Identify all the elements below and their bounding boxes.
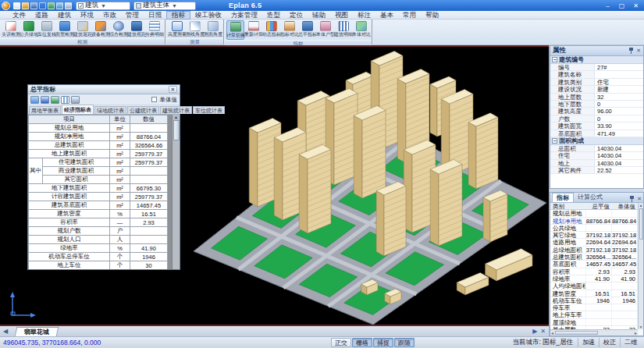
table-row-建筑密度[interactable]: 建筑密度%16.51 xyxy=(29,210,168,218)
open-icon[interactable] xyxy=(22,2,29,9)
table-row-总建筑面积[interactable]: 总建筑面积m²326564.66 xyxy=(29,141,168,150)
indicator-row-机动车车位[interactable]: 机动车车位19461946 xyxy=(550,297,638,304)
grid-icon[interactable] xyxy=(61,96,69,104)
menu-item-指标[interactable]: 指标 xyxy=(166,11,190,20)
toolbar-button-总平指标[interactable]: 总平指标 xyxy=(298,20,316,40)
table-row-容积率[interactable]: 容积率—2.93 xyxy=(29,218,168,227)
scroll-up-icon[interactable]: ▲ xyxy=(174,115,178,119)
undo-icon[interactable] xyxy=(48,2,55,9)
indicator-row-规划净用地[interactable]: 规划净用地88766.8488766.84 xyxy=(550,218,638,225)
toolbar-button-单体对比[interactable]: 单体对比 xyxy=(352,20,370,40)
property-value[interactable]: 0 xyxy=(595,115,643,122)
pin-icon[interactable] xyxy=(630,196,634,202)
menu-item-道路[interactable]: 道路 xyxy=(30,11,53,20)
minimize-button[interactable]: – xyxy=(601,2,614,10)
tab-close-icon[interactable]: ✕ xyxy=(540,327,546,336)
status-button-校正[interactable]: 校正 xyxy=(599,338,620,347)
property-value[interactable]: 22.52 xyxy=(595,167,643,173)
property-value[interactable]: 471.49 xyxy=(595,130,643,137)
menu-item-市政[interactable]: 市政 xyxy=(98,11,121,20)
print-icon[interactable] xyxy=(65,2,72,9)
property-value[interactable]: 96.00 xyxy=(595,108,643,114)
indicator-tab-指标[interactable]: 指标 xyxy=(552,193,574,202)
indicator-row-其它绿地[interactable]: 其它绿地37192.1837192.18 xyxy=(550,232,638,239)
table-row-建筑基底面积[interactable]: 建筑基底面积m²14657.45 xyxy=(29,201,168,210)
property-value[interactable]: 14030.04 xyxy=(595,160,643,166)
scroll-right-icon[interactable]: ► xyxy=(634,331,638,336)
property-value[interactable]: 0 xyxy=(595,101,643,107)
calc-icon[interactable] xyxy=(30,96,39,104)
toolbar-button-重新计算[interactable]: 重新计算 xyxy=(244,20,262,40)
table-row-规划总用地[interactable]: 规划总用地m² xyxy=(29,124,168,133)
indicator-tab-计算公式[interactable]: 计算公式 xyxy=(574,193,607,202)
menu-item-环境[interactable]: 环境 xyxy=(76,11,98,20)
table-row-其它面积[interactable]: 其它面积m² xyxy=(29,176,168,184)
indicator-row-道路用地[interactable]: 道路用地22694.6422694.64 xyxy=(550,239,638,246)
scroll-down-icon[interactable]: ▼ xyxy=(639,325,643,329)
table-row-地上建筑面积[interactable]: 地上建筑面积m²259779.37 xyxy=(29,150,168,158)
menu-item-文件[interactable]: 文件 xyxy=(8,11,30,20)
property-value[interactable] xyxy=(595,71,643,77)
scrollbar-thumb[interactable] xyxy=(639,208,643,240)
toolbar-button-失误检测[interactable]: 失误检测 xyxy=(2,20,20,38)
indicator-row-停车率[interactable]: 停车率 xyxy=(550,304,638,311)
table-row-地上车位[interactable]: 地上车位个30 xyxy=(29,261,168,270)
menu-item-辅助[interactable]: 辅助 xyxy=(308,11,330,20)
redo-icon[interactable] xyxy=(56,2,63,9)
table-row-地下建筑面积[interactable]: 地下建筑面积m²66795.30 xyxy=(29,184,168,193)
save-all-icon[interactable] xyxy=(39,2,46,9)
table-row-机动车总停车位[interactable]: 机动车总停车位个1946 xyxy=(29,253,168,261)
property-value[interactable]: 14030.04 xyxy=(595,152,643,158)
toolbar-button-动态指标[interactable]: 动态指标 xyxy=(262,20,280,40)
word-export-icon[interactable] xyxy=(41,96,49,104)
menu-item-日照[interactable]: 日照 xyxy=(144,11,166,20)
toolbar-button-高度测量[interactable]: 高度测量 xyxy=(168,20,186,38)
property-value[interactable]: 新建 xyxy=(595,86,643,92)
toolbar-button-测面角度[interactable]: 测面角度 xyxy=(204,20,222,38)
property-value[interactable]: 住宅 xyxy=(595,79,643,85)
menu-item-管理[interactable]: 管理 xyxy=(121,11,144,20)
menu-item-标注[interactable]: 标注 xyxy=(353,11,375,20)
property-group-建筑编号[interactable]: −建筑编号 xyxy=(550,56,643,64)
close-icon[interactable]: ✕ xyxy=(637,196,642,202)
toggle-捕捉[interactable]: 捕捉 xyxy=(373,338,393,347)
menu-item-造型[interactable]: 造型 xyxy=(262,11,285,20)
menu-item-建筑[interactable]: 建筑 xyxy=(53,11,76,20)
print-icon[interactable] xyxy=(71,96,80,104)
menu-item-竣工验收[interactable]: 竣工验收 xyxy=(190,11,226,20)
table-row-规划净用地[interactable]: 规划净用地m²88766.04 xyxy=(29,133,168,141)
table-row-绿地率[interactable]: 绿地率%41.90 xyxy=(29,244,168,253)
toolbar-button-面宽检测[interactable]: 面宽检测 xyxy=(55,20,73,38)
toolbar-button-分类明细[interactable]: 分类明细 xyxy=(145,20,163,38)
menu-item-方案管理[interactable]: 方案管理 xyxy=(226,11,262,20)
maximize-button[interactable]: ▢ xyxy=(615,2,628,10)
toolbar-button-建筑退距[interactable]: 建筑退距 xyxy=(73,20,91,38)
scroll-left-icon[interactable]: ◄ xyxy=(550,331,554,336)
collapse-icon[interactable]: − xyxy=(552,57,557,62)
dialog-tab-经济指标表[interactable]: 经济指标表 xyxy=(62,105,94,114)
dialog-title-bar[interactable]: 总平指标 ✕ xyxy=(28,85,180,94)
scrollbar-thumb[interactable] xyxy=(555,331,598,335)
toolbar-button-建筑视距[interactable]: 建筑视距 xyxy=(127,20,145,38)
drawing-tab-翡翠花城[interactable]: 翡翠花城 xyxy=(15,327,59,336)
status-button-二维[interactable]: 二维 xyxy=(620,338,641,347)
menu-item-视图[interactable]: 视图 xyxy=(330,11,353,20)
toolbar-button-测线角度[interactable]: 测线角度 xyxy=(186,20,204,38)
close-button[interactable]: ✕ xyxy=(629,2,642,10)
toolbar-button-设备检测[interactable]: 设备检测 xyxy=(91,20,109,38)
toolbar-button-车位复核[interactable]: 车位复核 xyxy=(37,20,55,38)
indicator-row-总建筑面积[interactable]: 总建筑面积326564...326564... xyxy=(550,254,638,261)
excel-export-icon[interactable] xyxy=(51,96,59,104)
toggle-跟随[interactable]: 跟随 xyxy=(394,338,415,347)
property-value[interactable]: 32 xyxy=(595,94,643,100)
style-combobox[interactable]: 建筑主体 ▼ xyxy=(133,2,196,10)
property-value[interactable]: 33.90 xyxy=(595,123,643,129)
horizontal-scrollbar[interactable]: ◄ ► xyxy=(550,329,638,336)
menu-item-定位[interactable]: 定位 xyxy=(285,11,308,20)
scroll-up-icon[interactable]: ▲ xyxy=(639,203,643,208)
unit-value-checkbox[interactable] xyxy=(151,97,157,102)
property-group-面积构成[interactable]: −面积构成 xyxy=(550,137,643,145)
dialog-tab-用地平衡表[interactable]: 用地平衡表 xyxy=(29,106,61,114)
property-value[interactable]: 14030.04 xyxy=(595,145,643,151)
pin-icon[interactable] xyxy=(629,48,633,54)
